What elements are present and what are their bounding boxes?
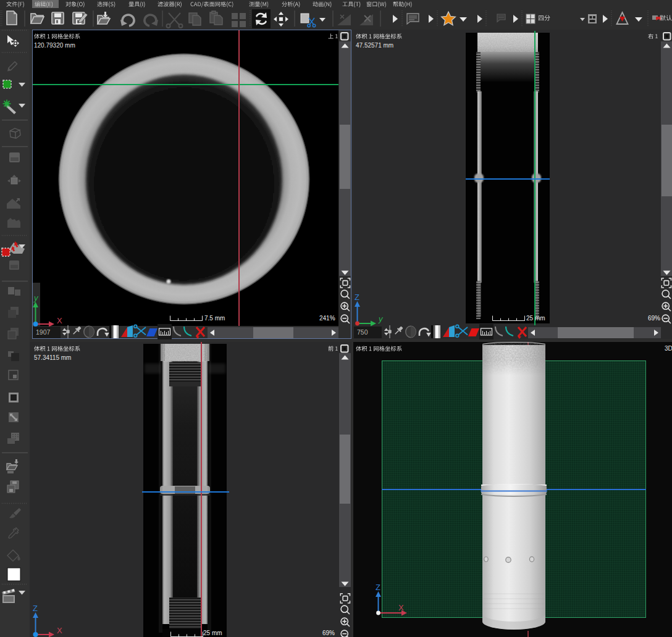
svg-text:y: y: [33, 293, 39, 302]
svg-text:y: y: [378, 314, 384, 323]
svg-text:X: X: [398, 603, 404, 612]
svg-text:X: X: [57, 626, 62, 635]
svg-text:Z: Z: [355, 293, 359, 302]
svg-text:Z: Z: [33, 604, 38, 613]
svg-text:Z: Z: [376, 583, 380, 592]
